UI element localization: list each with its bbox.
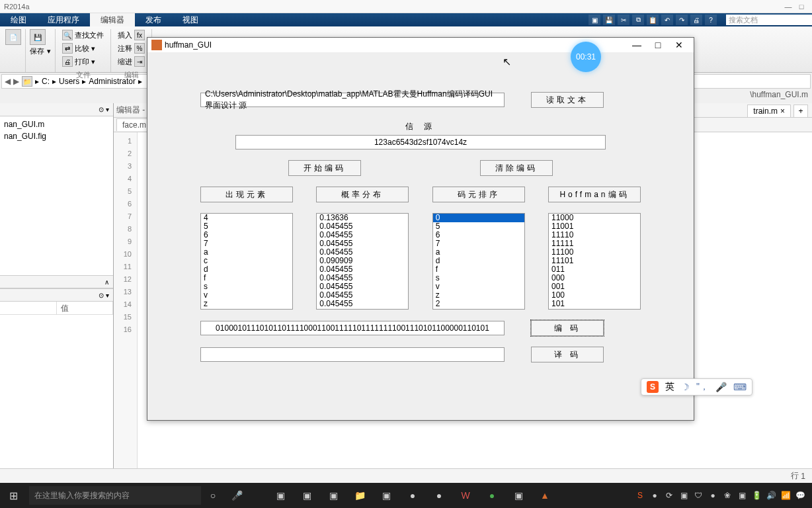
- list-item[interactable]: 4: [201, 214, 292, 222]
- folder-icon[interactable]: 📁: [22, 76, 32, 87]
- maximize-button[interactable]: □: [795, 3, 808, 11]
- clear-encode-button[interactable]: 清除编码: [480, 160, 553, 176]
- ime-mic-icon[interactable]: 🎤: [715, 382, 727, 392]
- listbox-prob[interactable]: 0.136360.0454550.0454550.0454550.0454550…: [316, 213, 409, 310]
- list-item[interactable]: c: [201, 257, 292, 265]
- list-item[interactable]: 7: [433, 239, 524, 248]
- list-item[interactable]: 5: [201, 222, 292, 231]
- editor-tab-train[interactable]: train.m×: [747, 105, 791, 118]
- col-header-elements[interactable]: 出现元素: [200, 187, 293, 202]
- tab-apps[interactable]: 应用程序: [37, 13, 90, 26]
- cortana-icon[interactable]: ○: [201, 486, 225, 505]
- print-button[interactable]: 🖨打印▾: [60, 56, 106, 67]
- encoded-output[interactable]: 0100010111010110111100011001111101111111…: [200, 321, 505, 335]
- paste-icon[interactable]: 📋: [647, 15, 659, 25]
- taskbar-app-10[interactable]: ▣: [507, 486, 530, 505]
- ime-keyboard-icon[interactable]: ⌨: [733, 382, 747, 392]
- tray-volume-icon[interactable]: 🔊: [766, 490, 776, 501]
- compare-button[interactable]: ⇄比较▾: [60, 42, 106, 54]
- list-item[interactable]: v: [201, 291, 292, 300]
- list-item[interactable]: 2: [433, 300, 524, 308]
- taskbar-search[interactable]: 在这里输入你要搜索的内容: [29, 486, 201, 505]
- decode-button[interactable]: 译 码: [531, 347, 604, 362]
- path-back-icon[interactable]: ◀: [5, 77, 11, 86]
- list-item[interactable]: 7: [201, 239, 292, 248]
- path-seg-admin[interactable]: Administrator: [89, 77, 136, 86]
- gui-maximize-button[interactable]: □: [647, 40, 669, 50]
- gui-close-button[interactable]: ✕: [669, 40, 690, 50]
- list-item[interactable]: 101: [549, 300, 640, 308]
- read-text-button[interactable]: 读取文本: [531, 92, 604, 108]
- ime-moon-icon[interactable]: ☽: [681, 382, 690, 392]
- tray-sogou-icon[interactable]: S: [635, 490, 645, 501]
- indent-button[interactable]: 缩进 ⇥: [115, 56, 147, 67]
- col-header-sort[interactable]: 码元排序: [432, 187, 525, 202]
- path-fwd-icon[interactable]: ▶: [13, 77, 19, 86]
- list-item[interactable]: 5: [433, 222, 524, 231]
- path-input[interactable]: C:\Users\Administrator\Desktop\matlab_ap…: [200, 93, 505, 107]
- taskbar-explorer[interactable]: 📁: [348, 486, 372, 505]
- tray-battery-icon[interactable]: 🔋: [751, 490, 762, 501]
- ime-comma-icon[interactable]: "，: [696, 381, 709, 393]
- save-icon[interactable]: 💾: [603, 15, 615, 25]
- gui-minimize-button[interactable]: —: [626, 40, 647, 50]
- print-icon[interactable]: 🖨: [690, 15, 702, 25]
- tray-icon-2[interactable]: ●: [649, 490, 660, 501]
- new-icon[interactable]: 📄: [5, 29, 21, 45]
- search-docs-input[interactable]: 搜索文档: [726, 15, 812, 25]
- tray-notif-icon[interactable]: 💬: [795, 490, 805, 501]
- comment-button[interactable]: 注释 %: [115, 42, 147, 54]
- taskbar-app-7[interactable]: ●: [427, 486, 451, 505]
- ws-col-value[interactable]: 值: [57, 302, 114, 314]
- list-item[interactable]: d: [201, 265, 292, 274]
- encode-button[interactable]: 编 码: [531, 320, 604, 336]
- col-header-prob[interactable]: 概率分布: [316, 187, 409, 202]
- workspace-collapse[interactable]: ∧: [0, 275, 113, 288]
- tab-editor[interactable]: 编辑器: [90, 13, 135, 26]
- tray-icon-3[interactable]: ⟳: [664, 490, 674, 501]
- tray-shield-icon[interactable]: 🛡: [693, 490, 704, 501]
- list-item[interactable]: f: [201, 274, 292, 282]
- help-icon[interactable]: ?: [705, 15, 717, 25]
- list-item[interactable]: s: [433, 274, 524, 282]
- path-seg-users[interactable]: Users: [59, 77, 79, 86]
- list-item[interactable]: z: [433, 291, 524, 300]
- undo-icon[interactable]: ↶: [661, 15, 673, 25]
- tab-publish[interactable]: 发布: [135, 13, 172, 26]
- ribbon-icon-1[interactable]: ▣: [589, 15, 600, 25]
- path-seg-c[interactable]: C:: [42, 77, 50, 86]
- redo-icon[interactable]: ↷: [676, 15, 688, 25]
- list-item[interactable]: 6: [201, 231, 292, 239]
- tray-icon-4[interactable]: ▣: [678, 490, 689, 501]
- list-item[interactable]: 0: [433, 214, 524, 222]
- ime-lang[interactable]: 英: [665, 381, 674, 393]
- insert-button[interactable]: 插入 fx: [115, 29, 147, 41]
- taskbar-wechat[interactable]: ●: [480, 486, 504, 505]
- gui-titlebar[interactable]: huffman_GUI — □ ✕: [147, 38, 694, 52]
- tray-icon-7[interactable]: ❀: [722, 490, 733, 501]
- list-item[interactable]: d: [433, 257, 524, 265]
- close-icon[interactable]: ×: [780, 106, 785, 116]
- listbox-sort[interactable]: 0567adfsvz2: [432, 213, 525, 310]
- listbox-huffman[interactable]: 1100011001111101111111100111010110000011…: [548, 213, 641, 310]
- ime-toolbar[interactable]: S 英 ☽ "， 🎤 ⌨: [641, 378, 752, 396]
- list-item[interactable]: 6: [433, 231, 524, 239]
- file-item[interactable]: nan_GUI.m: [3, 119, 110, 130]
- list-item[interactable]: s: [201, 282, 292, 291]
- taskbar-app-5[interactable]: ▣: [374, 486, 398, 505]
- save-big-icon[interactable]: 💾: [30, 29, 46, 45]
- minimize-button[interactable]: —: [782, 3, 795, 11]
- file-item[interactable]: nan_GUI.fig: [3, 131, 110, 142]
- list-item[interactable]: a: [433, 248, 524, 257]
- taskbar-app-1[interactable]: ▣: [268, 486, 292, 505]
- tray-icon-6[interactable]: ●: [708, 490, 718, 501]
- cut-icon[interactable]: ✂: [618, 15, 629, 25]
- col-header-huffman[interactable]: Hoffman编码: [548, 187, 641, 202]
- list-item[interactable]: z: [201, 300, 292, 308]
- start-encode-button[interactable]: 开始编码: [288, 160, 361, 176]
- editor-tab-add[interactable]: +: [793, 105, 808, 118]
- taskbar-app-3[interactable]: ▣: [321, 486, 345, 505]
- copy-icon[interactable]: ⧉: [632, 15, 644, 25]
- source-input[interactable]: 123ac6543d2sf1074vc14z: [235, 135, 606, 149]
- list-item[interactable]: f: [433, 265, 524, 274]
